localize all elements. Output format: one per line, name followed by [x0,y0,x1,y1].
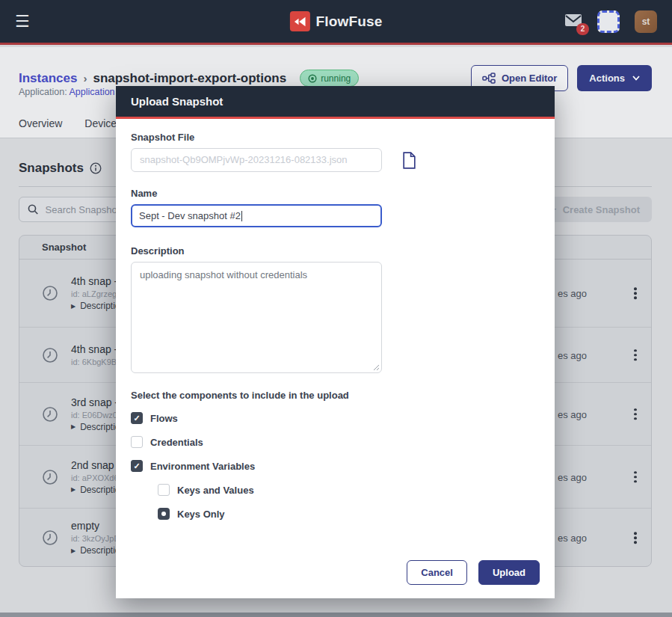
create-snapshot-button[interactable]: + Create Snapshot [537,197,652,222]
description-textarea[interactable]: uploading snapshot without credentials [131,262,382,373]
kebab-menu-icon[interactable] [631,405,640,423]
actions-button[interactable]: Actions [577,65,652,91]
bottom-edge-bar [0,613,672,617]
upload-snapshot-dialog: Upload Snapshot Snapshot File snapshot-Q… [116,86,555,598]
navbar-right: 2 st [564,10,657,33]
clock-icon [42,529,58,546]
clock-icon [42,285,58,301]
application-row: Application: Application [19,87,115,97]
triangle-right-icon: ▶ [71,486,75,493]
hamburger-menu-icon[interactable]: ☰ [15,13,30,30]
actions-label: Actions [589,73,625,84]
upload-button[interactable]: Upload [478,560,540,585]
clock-icon [42,469,58,485]
snapshot-time: es ago [558,349,587,360]
open-editor-label: Open Editor [502,73,557,84]
brand[interactable]: FlowFuse [289,11,382,31]
component-options: ✓ Flows Credentials ✓ Environment Variab… [131,411,540,521]
instance-title: snapshot-import-export-options [93,71,286,86]
kebab-menu-icon[interactable] [631,346,640,364]
radio-selected-icon[interactable] [158,508,170,520]
triangle-right-icon: ▶ [71,423,75,430]
user-avatar[interactable]: st [635,10,657,33]
name-value: Sept - Dev snapshot #2 [139,210,241,221]
description-value: uploading snapshot without credentials [140,269,307,280]
checkbox-unchecked-icon[interactable] [131,436,143,448]
option-label: Credentials [150,437,203,448]
instance-tabs: Overview Devices [19,117,122,138]
notifications-button[interactable]: 2 [564,13,582,30]
status-badge-label: running [321,73,351,84]
clock-icon [42,406,58,423]
top-navbar: ☰ FlowFuse 2 st [0,0,672,45]
breadcrumb-instances-link[interactable]: Instances [19,71,77,86]
checkbox-unchecked-icon[interactable] [158,484,170,496]
status-badge: running [300,70,359,87]
kebab-menu-icon[interactable] [631,468,640,486]
snapshot-time: es ago [558,471,587,482]
browse-file-button[interactable] [402,152,416,169]
brand-name: FlowFuse [315,13,382,30]
triangle-right-icon: ▶ [71,303,75,310]
info-icon[interactable] [90,162,102,174]
search-icon [28,203,39,215]
snapshot-file-label: Snapshot File [131,132,540,143]
description-label: Description [131,245,540,257]
application-link[interactable]: Application [69,87,114,97]
snapshot-file-input[interactable]: snapshot-Qb9OMPjvWp-20231216-082133.json [131,148,382,172]
snapshot-time: es ago [558,532,587,544]
option-flows[interactable]: ✓ Flows [131,411,540,425]
dialog-header: Upload Snapshot [116,86,555,119]
triangle-right-icon: ▶ [71,547,75,554]
cancel-button[interactable]: Cancel [407,560,467,585]
option-label: Keys and Values [177,485,254,496]
editor-flow-icon [482,73,496,84]
app-window: ☰ FlowFuse 2 st Instances › snapshot-imp… [0,0,672,617]
snapshot-time: es ago [558,408,587,420]
kebab-menu-icon[interactable] [631,529,640,547]
resize-handle-icon[interactable] [373,364,380,371]
option-environment-variables[interactable]: ✓ Environment Variables [131,459,540,473]
checkbox-checked-icon[interactable]: ✓ [131,460,143,472]
tab-overview[interactable]: Overview [19,117,62,138]
name-label: Name [131,188,540,199]
breadcrumb-separator: › [83,72,87,85]
name-input[interactable]: Sept - Dev snapshot #2 [131,204,382,227]
option-label: Environment Variables [150,461,255,472]
dialog-title: Upload Snapshot [131,95,223,108]
option-keys-only[interactable]: Keys Only [158,507,540,521]
components-label: Select the components to include in the … [131,390,540,401]
application-label: Application: [19,87,67,97]
snapshot-time: es ago [558,288,587,299]
chevron-down-icon [632,76,640,81]
checkbox-checked-icon[interactable]: ✓ [131,412,143,424]
team-avatar-icon[interactable] [597,10,620,33]
option-label: Keys Only [177,509,225,520]
kebab-menu-icon[interactable] [631,284,640,302]
create-snapshot-label: Create Snapshot [563,204,640,215]
snapshots-title: Snapshots [19,161,84,176]
notification-count-badge: 2 [576,23,589,35]
running-status-icon [308,74,317,83]
flowfuse-logo-icon [289,11,309,31]
option-credentials[interactable]: Credentials [131,435,540,449]
text-caret [241,211,242,221]
document-icon [402,152,416,169]
clock-icon [42,347,58,363]
option-label: Flows [150,413,178,424]
option-keys-and-values[interactable]: Keys and Values [158,483,540,497]
